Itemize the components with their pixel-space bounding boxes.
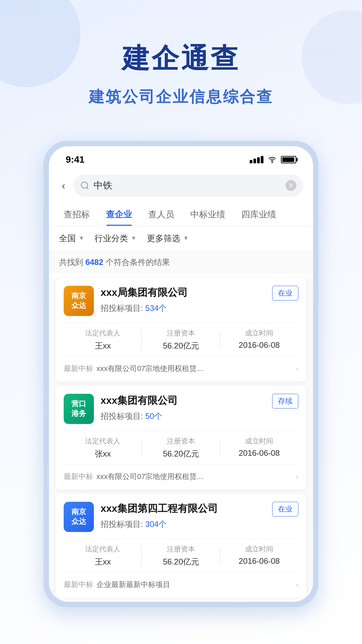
status-icons [250,156,296,164]
legal-rep-label-2: 法定代表人 [64,436,142,446]
bid-label-2: 招投标项目: [101,412,143,421]
header-section: 建企通查 建筑公司企业信息综合查 [0,0,362,127]
signal-bar-3 [257,157,260,163]
latest-bid-arrow-icon-1: › [296,365,298,373]
card-details-1: 法定代表人 王xx 注册资本 56.20亿元 成立时间 2016-06-08 [64,323,298,357]
card-title-1: xxx局集团有限公司 招投标项目: 534个 [101,286,265,314]
logo-line2-1: 众达 [71,301,86,311]
reg-capital-item-2: 注册资本 56.20亿元 [142,436,220,459]
found-date-item-2: 成立时间 2016-06-08 [220,436,298,459]
filter-bar: 全国 ▼ 行业分类 ▼ 更多筛选 ▼ [49,226,313,251]
tab-company[interactable]: 查企业 [98,203,140,226]
phone-screen: 9:41 [49,146,313,602]
found-date-item-3: 成立时间 2016-06-08 [220,544,298,567]
bid-count-3: 304个 [145,520,167,529]
reg-capital-item-3: 注册资本 56.20亿元 [142,544,220,567]
card-header-3: 南京 众达 xxx集团第四工程有限公司 招投标项目: 304个 在业 [64,502,298,532]
filter-industry-label: 行业分类 [95,233,128,244]
card-title-3: xxx集团第四工程有限公司 招投标项目: 304个 [101,502,265,530]
companies-list: 南京 众达 xxx局集团有限公司 招投标项目: 534个 在业 [49,278,313,598]
company-logo-2: 营口 港务 [64,394,94,424]
company-logo-1: 南京 众达 [64,286,94,316]
results-total: 6482 [85,258,103,267]
legal-rep-value-3: 王xx [64,556,142,567]
card-header-2: 营口 港务 xxx集团有限公司 招投标项目: 50个 存续 [64,394,298,424]
search-bar-container: ‹ 中铁 ✕ [49,170,313,203]
tab-win-bid[interactable]: 中标业绩 [182,203,233,226]
bid-projects-2: 招投标项目: 50个 [101,411,265,422]
tab-personnel[interactable]: 查人员 [140,203,182,226]
latest-bid-2[interactable]: 最新中标 xxx有限公司07宗地使用权租赁... › [64,470,298,482]
status-time: 9:41 [66,154,84,165]
status-badge-2: 存续 [272,394,298,409]
found-date-item-1: 成立时间 2016-06-08 [220,328,298,351]
logo-line1-1: 南京 [71,291,86,301]
card-header-1: 南京 众达 xxx局集团有限公司 招投标项目: 534个 在业 [64,286,298,316]
logo-line2-3: 众达 [71,517,86,527]
reg-capital-value-1: 56.20亿元 [142,340,220,351]
results-count: 共找到 6482 个符合条件的结果 [49,251,313,274]
bid-projects-3: 招投标项目: 304个 [101,519,265,530]
latest-bid-content-2: xxx有限公司07宗地使用权租赁... [97,472,293,482]
logo-line1-3: 南京 [71,507,86,517]
legal-rep-label-1: 法定代表人 [64,328,142,338]
back-button[interactable]: ‹ [59,178,68,193]
found-date-value-2: 2016-06-08 [220,448,298,458]
signal-bar-1 [250,160,252,163]
found-date-value-3: 2016-06-08 [220,556,298,566]
bid-count-1: 534个 [145,304,167,313]
legal-rep-value-1: 王xx [64,340,142,351]
latest-bid-label-1: 最新中标 [64,364,93,374]
found-date-label-2: 成立时间 [220,436,298,446]
bid-projects-1: 招投标项目: 534个 [101,303,265,314]
filter-region-label: 全国 [59,233,76,244]
company-logo-3: 南京 众达 [64,502,94,532]
results-text-after: 个符合条件的结果 [103,258,170,267]
company-name-2: xxx集团有限公司 [101,394,265,408]
filter-more-arrow-icon: ▼ [183,235,189,242]
company-card-3[interactable]: 南京 众达 xxx集团第四工程有限公司 招投标项目: 304个 在业 [56,494,306,598]
filter-more-label: 更多筛选 [147,233,180,244]
filter-more[interactable]: 更多筛选 ▼ [147,233,189,244]
bid-label-1: 招投标项目: [101,304,143,313]
app-subtitle: 建筑公司企业信息综合查 [13,87,349,107]
app-title: 建企通查 [13,40,349,77]
results-text-before: 共找到 [59,258,85,267]
reg-capital-label-1: 注册资本 [142,328,220,338]
reg-capital-label-2: 注册资本 [142,436,220,446]
signal-bars-icon [250,156,263,163]
company-card-2[interactable]: 营口 港务 xxx集团有限公司 招投标项目: 50个 存续 [56,386,306,490]
latest-bid-content-1: xxx有限公司07宗地使用权租赁... [97,364,293,374]
bid-count-2: 50个 [145,412,162,421]
battery-fill [282,157,294,162]
legal-rep-value-2: 张xx [64,448,142,459]
search-input-wrap[interactable]: 中铁 ✕ [73,174,303,197]
latest-bid-arrow-icon-2: › [296,473,298,481]
filter-industry[interactable]: 行业分类 ▼ [95,233,137,244]
filter-region-arrow-icon: ▼ [78,235,84,242]
latest-bid-label-3: 最新中标 [64,580,93,590]
latest-bid-label-2: 最新中标 [64,472,93,482]
bid-label-3: 招投标项目: [101,520,143,529]
clear-search-button[interactable]: ✕ [286,180,296,191]
tab-bar: 查招标 查企业 查人员 中标业绩 四库业绩 [49,203,313,226]
legal-rep-item-3: 法定代表人 王xx [64,544,142,567]
reg-capital-item-1: 注册资本 56.20亿元 [142,328,220,351]
status-bar: 9:41 [49,146,313,170]
latest-bid-3[interactable]: 最新中标 企业最新最新中标项目 › [64,578,298,590]
signal-bar-4 [261,156,263,163]
search-icon [80,181,89,190]
company-name-3: xxx集团第四工程有限公司 [101,502,265,516]
latest-bid-1[interactable]: 最新中标 xxx有限公司07宗地使用权租赁... › [64,362,298,374]
tab-siku[interactable]: 四库业绩 [233,203,284,226]
legal-rep-label-3: 法定代表人 [64,544,142,554]
battery-icon [281,156,296,163]
found-date-value-1: 2016-06-08 [220,340,298,350]
filter-region[interactable]: 全国 ▼ [59,233,84,244]
tab-bidding[interactable]: 查招标 [56,203,98,226]
reg-capital-value-3: 56.20亿元 [142,556,220,567]
company-card-1[interactable]: 南京 众达 xxx局集团有限公司 招投标项目: 534个 在业 [56,278,306,382]
phone-container: 9:41 [44,141,318,607]
filter-industry-arrow-icon: ▼ [131,235,137,242]
search-query-text: 中铁 [94,179,282,192]
